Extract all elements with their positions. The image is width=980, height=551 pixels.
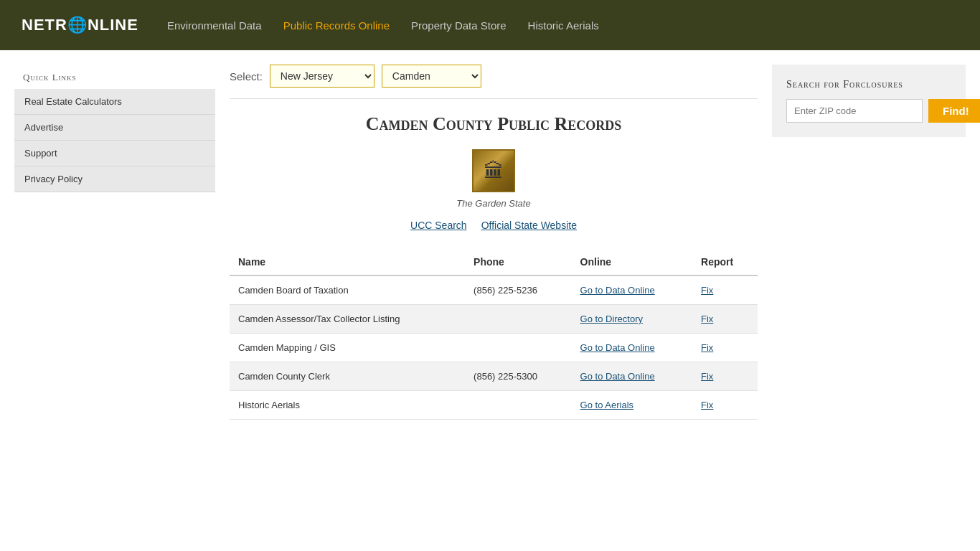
nav-environmental[interactable]: Environmental Data	[167, 19, 262, 32]
zip-input[interactable]	[786, 99, 923, 123]
cell-online: Go to Directory	[572, 305, 692, 334]
zip-row: Find!	[786, 99, 951, 123]
logo: NETR🌐NLINE	[22, 16, 138, 34]
cell-phone	[465, 334, 572, 362]
cell-name: Camden Board of Taxation	[230, 276, 465, 305]
right-sidebar: Search for Forclosures Find!	[772, 65, 966, 420]
fix-link[interactable]: Fix	[701, 285, 713, 296]
online-link[interactable]: Go to Aerials	[580, 400, 633, 410]
find-button[interactable]: Find!	[928, 99, 980, 123]
select-label: Select:	[230, 70, 263, 83]
col-phone: Phone	[465, 249, 572, 276]
left-sidebar: Quick Links Real Estate Calculators Adve…	[14, 65, 215, 420]
main-nav: Environmental Data Public Records Online…	[167, 19, 599, 32]
main-wrapper: Quick Links Real Estate Calculators Adve…	[0, 50, 980, 434]
foreclosure-box: Search for Forclosures Find!	[772, 65, 966, 137]
cell-report: Fix	[692, 276, 758, 305]
nav-property-data[interactable]: Property Data Store	[411, 19, 507, 32]
col-name: Name	[230, 249, 465, 276]
select-bar: Select: New Jersey New York Pennsylvania…	[230, 65, 758, 99]
state-seal-image	[472, 149, 515, 192]
sidebar-item-privacy[interactable]: Privacy Policy	[14, 166, 215, 192]
cell-report: Fix	[692, 305, 758, 334]
globe-icon: 🌐	[67, 16, 88, 34]
header: NETR🌐NLINE Environmental Data Public Rec…	[0, 0, 980, 50]
state-emblem	[230, 149, 758, 194]
table-row: Camden Assessor/Tax Collector ListingGo …	[230, 305, 758, 334]
cell-name: Camden Assessor/Tax Collector Listing	[230, 305, 465, 334]
fix-link[interactable]: Fix	[701, 342, 713, 353]
quick-links-title: Quick Links	[14, 65, 215, 89]
cell-phone: (856) 225-5300	[465, 362, 572, 391]
online-link[interactable]: Go to Data Online	[580, 285, 655, 296]
nav-historic-aerials[interactable]: Historic Aerials	[528, 19, 599, 32]
table-row: Camden County Clerk(856) 225-5300Go to D…	[230, 362, 758, 391]
cell-report: Fix	[692, 362, 758, 391]
cell-phone	[465, 305, 572, 334]
sidebar-item-advertise[interactable]: Advertise	[14, 115, 215, 141]
online-link[interactable]: Go to Directory	[580, 314, 643, 324]
ucc-search-link[interactable]: UCC Search	[410, 220, 467, 231]
cell-phone	[465, 391, 572, 420]
fix-link[interactable]: Fix	[701, 400, 713, 410]
state-links: UCC Search Official State Website	[230, 220, 758, 231]
cell-name: Camden Mapping / GIS	[230, 334, 465, 362]
table-row: Historic AerialsGo to AerialsFix	[230, 391, 758, 420]
county-select[interactable]: Camden Atlantic Bergen Burlington Cape M…	[382, 65, 481, 88]
table-body: Camden Board of Taxation(856) 225-5236Go…	[230, 276, 758, 420]
cell-report: Fix	[692, 334, 758, 362]
sidebar-item-support[interactable]: Support	[14, 141, 215, 166]
official-state-link[interactable]: Official State Website	[481, 220, 577, 231]
fix-link[interactable]: Fix	[701, 314, 713, 324]
cell-name: Historic Aerials	[230, 391, 465, 420]
cell-phone: (856) 225-5236	[465, 276, 572, 305]
fix-link[interactable]: Fix	[701, 371, 713, 382]
sidebar-item-real-estate[interactable]: Real Estate Calculators	[14, 89, 215, 115]
cell-report: Fix	[692, 391, 758, 420]
online-link[interactable]: Go to Data Online	[580, 342, 655, 353]
records-table: Name Phone Online Report Camden Board of…	[230, 249, 758, 420]
table-row: Camden Mapping / GISGo to Data OnlineFix	[230, 334, 758, 362]
nav-public-records[interactable]: Public Records Online	[283, 19, 390, 32]
foreclosure-title: Search for Forclosures	[786, 79, 951, 90]
cell-online: Go to Aerials	[572, 391, 692, 420]
state-caption: The Garden State	[230, 198, 758, 209]
state-select[interactable]: New Jersey New York Pennsylvania Delawar…	[270, 65, 374, 88]
col-report: Report	[692, 249, 758, 276]
main-content: Select: New Jersey New York Pennsylvania…	[230, 65, 758, 420]
online-link[interactable]: Go to Data Online	[580, 371, 655, 382]
county-title: Camden County Public Records	[230, 113, 758, 135]
table-row: Camden Board of Taxation(856) 225-5236Go…	[230, 276, 758, 305]
cell-online: Go to Data Online	[572, 362, 692, 391]
cell-name: Camden County Clerk	[230, 362, 465, 391]
table-header: Name Phone Online Report	[230, 249, 758, 276]
cell-online: Go to Data Online	[572, 276, 692, 305]
col-online: Online	[572, 249, 692, 276]
cell-online: Go to Data Online	[572, 334, 692, 362]
